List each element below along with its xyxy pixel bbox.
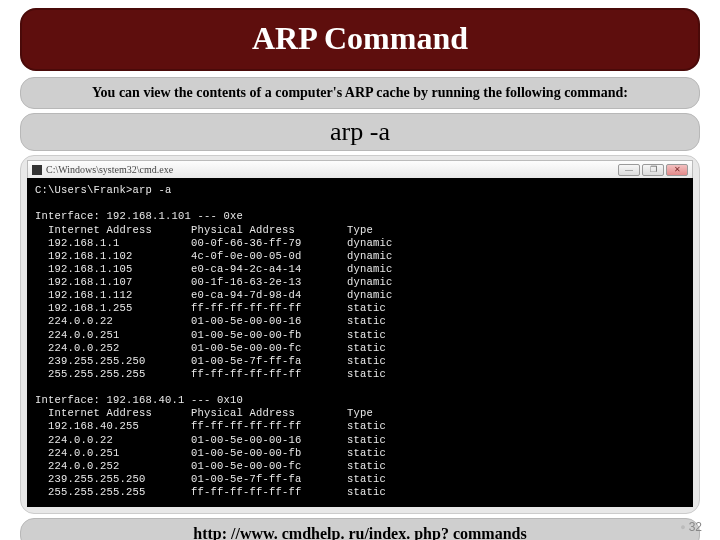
window-titlebar: C:\Windows\system32\cmd.exe — ❐ ✕ <box>27 160 693 178</box>
window-title: C:\Windows\system32\cmd.exe <box>46 164 173 175</box>
cmd-icon <box>32 165 42 175</box>
slide-subtitle: You can view the contents of a computer'… <box>31 84 689 102</box>
window-close-button[interactable]: ✕ <box>666 164 688 176</box>
command-text: arp -a <box>330 117 390 146</box>
slide-subtitle-bar: You can view the contents of a computer'… <box>20 77 700 109</box>
page-number: 32 <box>680 520 702 534</box>
reference-link[interactable]: http: //www. cmdhelp. ru/index. php? com… <box>193 525 526 540</box>
link-bar: http: //www. cmdhelp. ru/index. php? com… <box>20 518 700 540</box>
window-minimize-button[interactable]: — <box>618 164 640 176</box>
command-bar: arp -a <box>20 113 700 151</box>
terminal-panel: C:\Windows\system32\cmd.exe — ❐ ✕ C:\Use… <box>20 155 700 514</box>
terminal-output: C:\Users\Frank>arp -a Interface: 192.168… <box>27 178 693 507</box>
window-maximize-button[interactable]: ❐ <box>642 164 664 176</box>
slide-title-bar: ARP Command <box>20 8 700 71</box>
slide-title: ARP Command <box>22 20 698 57</box>
